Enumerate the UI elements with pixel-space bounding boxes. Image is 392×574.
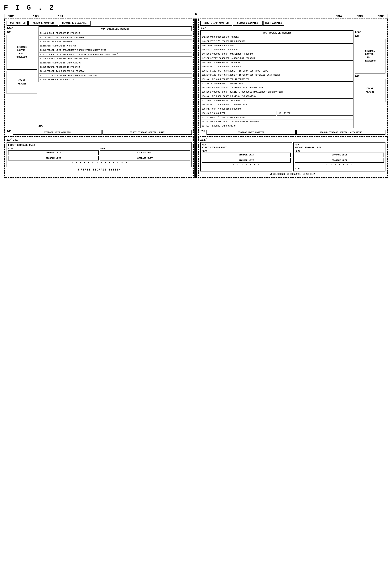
right-adapters-row: REMOTE I/O ADAPTER NETWORK ADAPTER HOST … bbox=[200, 21, 386, 26]
left-storage-col2: /109 STORAGE UNIT STORAGE UNIT bbox=[100, 147, 190, 161]
right-mem-153: 153:PAIR MANAGEMENT INFORMATION bbox=[200, 82, 354, 86]
left-ref-108: 108 bbox=[7, 130, 12, 135]
left-first-storage-title: FIRST STORAGE UNIT bbox=[8, 144, 190, 146]
right-first-storage-units: STORAGE UNIT STORAGE UNIT bbox=[202, 153, 291, 163]
left-mem-111: 111:COMMAND PROCESSING PROGRAM bbox=[38, 31, 192, 36]
right-second-storage-units: STORAGE UNIT STORAGE UNIT bbox=[295, 153, 384, 163]
left-ref-101: 101 bbox=[13, 138, 18, 141]
right-ref-22: /22 bbox=[202, 144, 291, 146]
right-storage-area: 131/ /22 FIRST STORAGE UNIT /139 STORAGE… bbox=[198, 137, 388, 178]
left-network-adapter: NETWORK ADAPTER bbox=[28, 21, 58, 26]
right-ref-139: /139 bbox=[202, 150, 291, 152]
left-bottom-adapters: 108 STORAGE UNIT ADAPTER FIRST STORAGE C… bbox=[7, 130, 192, 135]
left-main-content: 120/ 105 STORAGE CONTROL Unit PROCESSOR bbox=[7, 26, 192, 128]
left-su-3: STORAGE UNIT bbox=[100, 150, 190, 155]
right-mem-160-161-row: 160:LOG ID COUNTER 161:TIMER bbox=[200, 111, 354, 116]
left-ref-109b: /109 bbox=[100, 147, 190, 150]
left-panel: 120/ 105 STORAGE CONTROL Unit PROCESSOR bbox=[7, 26, 37, 128]
right-mem-156: 156:VOLUME POOL CONFIGURATION INFORMATIO… bbox=[200, 94, 354, 99]
left-mem-122: 122:SYSTEM CONFIGURATION MANAGEMENT PROG… bbox=[38, 74, 192, 78]
right-mem-149: 149:MARK ID MANAGEMENT PROGRAM bbox=[200, 65, 354, 69]
ref-102: 102 bbox=[8, 15, 14, 18]
ref-6: 6 bbox=[195, 12, 197, 16]
right-mem-155: 155:LOG VOLUME GROUP QUANTITY CONSUMED M… bbox=[200, 90, 354, 94]
left-cache: CACHE MEMORY bbox=[7, 71, 37, 94]
right-mem-163: 163:SYSTEM CONFIGURATION MANAGEMENT PROG… bbox=[200, 120, 354, 124]
right-ref-140: /140 bbox=[295, 150, 384, 152]
left-host-adapter: HOST ADAPTER bbox=[7, 21, 28, 26]
left-ref-107: 107 bbox=[38, 124, 192, 128]
right-mem-152: 152:VOLUME CONFIGURATION INFORMATION bbox=[200, 77, 354, 82]
left-adapters-row: HOST ADAPTER NETWORK ADAPTER REMOTE I/O … bbox=[7, 21, 192, 26]
right-su-1: STORAGE UNIT bbox=[202, 153, 291, 157]
right-storage-unit-adapter: STORAGE UNIT ADAPTER bbox=[206, 130, 296, 135]
left-storage-col1: /109 STORAGE UNIT STORAGE UNIT bbox=[8, 147, 99, 161]
right-bottom-adapters: 138 STORAGE UNIT ADAPTER SECOND STORAGE … bbox=[200, 130, 386, 135]
left-remote-adapter: REMOTE I/O ADAPTER bbox=[59, 21, 91, 26]
left-dots: • • • • • • • • • • • • • • bbox=[8, 161, 190, 165]
left-ref-109a: /109 bbox=[8, 147, 99, 150]
right-mem-162: 162:STRAGE I/O PROCESSING PROGRAM bbox=[200, 116, 354, 120]
center-divider: ⋮ bbox=[194, 19, 198, 137]
ref-104: 104 bbox=[58, 15, 64, 18]
right-mem-144: 144:COPY MANAGER PROGRAM bbox=[200, 43, 354, 48]
right-mem-159: 159:NETWORK PROCESSING PROGRAM bbox=[200, 107, 354, 111]
right-ref-131: 131/ bbox=[200, 138, 207, 141]
right-mem-158: 158:MARK ID MANAGEMENT INFORMATION bbox=[200, 103, 354, 107]
right-mem-145: 145:PAIR MANAGEMENT PROGRAM bbox=[200, 48, 354, 52]
left-mem-116: 116:STORAGE UNIT MANAGEMENT INFORMATION … bbox=[38, 52, 192, 57]
left-su-4: STORAGE UNIT bbox=[100, 156, 190, 161]
right-first-storage-group: /22 FIRST STORAGE UNIT /139 STORAGE UNIT… bbox=[200, 142, 292, 171]
right-ref-23: /23 bbox=[295, 144, 384, 146]
right-memory-section: NON-VOLATILE MEMORY 142:COMAND PROCESSIN… bbox=[200, 30, 354, 128]
right-cache: CACHE MEMORY bbox=[355, 79, 385, 102]
left-su-1: STORAGE UNIT bbox=[8, 150, 99, 155]
left-memory-section: NON-VOLATILE MEMORY 111:COMMAND PROCESSI… bbox=[38, 26, 192, 128]
ref-103: 103 bbox=[33, 15, 39, 18]
right-mem-157: 157:LOG ID MANAGEMENT INFORMATION bbox=[200, 99, 354, 103]
left-storage-area: 21/ 101 FIRST STORAGE UNIT /109 STORAGE … bbox=[4, 137, 194, 178]
bottom-storage-row: 21/ 101 FIRST STORAGE UNIT /109 STORAGE … bbox=[4, 137, 388, 178]
right-main-content: NON-VOLATILE MEMORY 142:COMAND PROCESSIN… bbox=[200, 30, 386, 128]
right-mem-151: 151:STORAGE UNIT MANAGEMENT INFORMATION … bbox=[200, 73, 354, 77]
left-mem-115: 115:STORAGE UNIT MANAGEMENT INFORMATION … bbox=[38, 48, 192, 52]
right-system: REMOTE I/O ADAPTER NETWORK ADAPTER HOST … bbox=[198, 19, 388, 137]
right-mem-164: 164:DIFFERENCE INFORMATION bbox=[200, 124, 354, 128]
left-su-2: STORAGE UNIT bbox=[8, 156, 99, 161]
right-storage-groups-row: /22 FIRST STORAGE UNIT /139 STORAGE UNIT… bbox=[200, 142, 386, 171]
left-memory-title: NON-VOLATILE MEMORY bbox=[38, 26, 192, 31]
fig-title: F I G . 2 bbox=[4, 4, 388, 12]
left-storage-unit-adapter: STORAGE UNIT ADAPTER bbox=[13, 130, 102, 135]
right-remote-adapter: REMOTE I/O ADAPTER bbox=[200, 21, 232, 26]
right-mem-161: 161:TIMER bbox=[277, 111, 354, 116]
main-container: F I G . 2 102 103 104 6 134 133 132 bbox=[4, 4, 388, 178]
right-mem-142: 142:COMAND PROCESSING PROGRAM bbox=[200, 35, 354, 39]
right-mem-146: 146:LOG VOLUME GROUP MANAGEMENT PROGRAM bbox=[200, 52, 354, 56]
right-ref-137: 137— bbox=[201, 26, 386, 29]
right-ref-135: 135 bbox=[355, 35, 385, 38]
right-ref-136: 136 bbox=[355, 75, 385, 78]
left-mem-114: 114:PAIR MANAGEMENT PROGRAM bbox=[38, 44, 192, 48]
right-ref-140b: /140 bbox=[295, 168, 384, 170]
left-ref-21: 21/ bbox=[7, 138, 11, 141]
left-mem-113: 113:COPY MANAGER PROGRAM bbox=[38, 40, 192, 44]
right-second-storage-group: /23 SECOND STORAGE UNIT /140 STORAGE UNI… bbox=[293, 142, 385, 171]
left-ref-120: 120/ bbox=[7, 26, 37, 29]
left-storage-control-unit: FIRST STORAGE CONTROL UNIT bbox=[102, 130, 192, 135]
right-mem-160: 160:LOG ID COUNTER bbox=[200, 111, 277, 116]
ref-132: 132 bbox=[378, 15, 384, 18]
right-first-storage-title: FIRST STORAGE UNIT bbox=[202, 146, 291, 149]
left-mem-123: 123:DIFFERENCE INFORMATION bbox=[38, 78, 192, 82]
left-system-label: FIRST STORAGE SYSTEM bbox=[81, 168, 121, 171]
right-host-adapter: HOST ADAPTER bbox=[263, 21, 284, 26]
right-panel: 170/ 135 STORAGE CONTROL Unit PROCESSOR … bbox=[355, 30, 385, 128]
right-ref-138: 138 bbox=[200, 130, 206, 135]
right-su-2: STORAGE UNIT bbox=[202, 158, 291, 163]
right-mem-148: 148:LOG ID MANAGEMENT PROGRAM bbox=[200, 61, 354, 65]
left-mem-121: 121:STORAGE I/O PROCESSING PROGRAM bbox=[38, 69, 192, 74]
left-system: HOST ADAPTER NETWORK ADAPTER REMOTE I/O … bbox=[4, 19, 194, 137]
right-mem-143: 143:REMOTE I/O PROCESSING PROGRAM bbox=[200, 39, 354, 43]
right-memory-title: NON-VOLATILE MEMORY bbox=[200, 30, 354, 35]
right-network-adapter: NETWORK ADAPTER bbox=[233, 21, 262, 26]
right-system-label: SECOND STORAGE SYSTEM bbox=[273, 173, 315, 176]
